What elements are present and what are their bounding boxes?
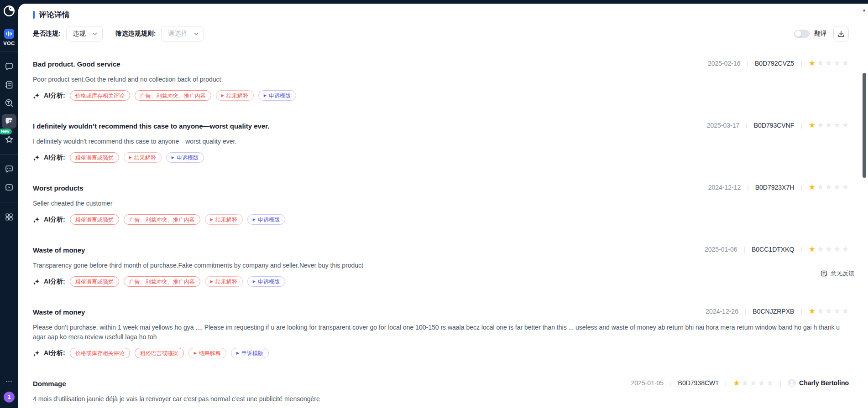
star-empty-icon: ★ [842, 245, 849, 253]
violation-filter-select[interactable]: 违规 [66, 26, 103, 41]
star-empty-icon: ★ [842, 121, 849, 129]
sparkle-icon [33, 278, 40, 285]
review-item: Bad product. Good service 2025-02-16 | B… [33, 59, 849, 101]
result-explain-button[interactable]: ▶结果解释 [205, 214, 243, 225]
sidebar-item-favorites[interactable]: New [2, 132, 16, 147]
review-body: Seller cheated the customer [33, 199, 849, 208]
star-empty-icon: ★ [834, 307, 841, 315]
star-empty-icon: ★ [834, 121, 841, 129]
sidebar-item-video[interactable] [2, 180, 16, 195]
star-empty-icon: ★ [825, 183, 832, 191]
sidebar-item-keyword-search[interactable] [2, 96, 16, 110]
page-title: 评论详情 [39, 10, 70, 20]
star-rating: ★★★★★ [809, 121, 849, 129]
ai-category-tag: 价格或库存相关评论 [70, 90, 130, 101]
tag-list: 粗俗语言或骚扰广告、利益冲突、推广内容▶结果解释▶申诉模版 [70, 214, 285, 225]
star-empty-icon: ★ [750, 379, 757, 387]
product-id: B0D792CVZ5 [755, 60, 794, 67]
sidebar-item-chat[interactable] [2, 162, 16, 176]
star-filled-icon: ★ [809, 59, 816, 67]
chevron-down-icon [193, 31, 199, 36]
star-filled-icon: ★ [809, 121, 816, 129]
sidebar-item-comments[interactable] [2, 59, 16, 74]
result-explain-button[interactable]: ▶结果解释 [188, 348, 226, 358]
download-button[interactable] [833, 26, 849, 41]
separator: | [800, 308, 802, 315]
scrollbar-thumb[interactable] [863, 73, 866, 178]
translate-toggle[interactable] [794, 30, 810, 38]
sidebar-item-notes[interactable] [2, 77, 16, 92]
review-date: 2025-01-05 [631, 379, 664, 387]
app-logo-icon[interactable] [3, 5, 15, 19]
separator: | [745, 308, 746, 315]
play-icon: ▶ [253, 280, 256, 284]
ai-label: AI分析: [44, 92, 65, 100]
review-list: Bad product. Good service 2025-02-16 | B… [33, 59, 849, 408]
ai-analysis-row: AI分析: 粗俗语言或骚扰广告、利益冲突、推广内容▶结果解释▶申诉模版 [33, 214, 849, 225]
sidebar-item-review-analysis[interactable] [2, 114, 16, 129]
ai-category-tag: 粗俗语言或骚扰 [70, 214, 119, 225]
scroll-up-icon[interactable]: ▲ [862, 8, 866, 12]
toggle-knob [795, 31, 801, 37]
sidebar: VOC New ... 1 [0, 0, 18, 408]
ai-category-tag: 粗俗语言或骚扰 [135, 348, 184, 358]
sidebar-divider [0, 154, 18, 155]
review-body: Please don’t purchase, within 1 week mai… [33, 323, 849, 342]
play-icon: ▶ [172, 156, 174, 160]
play-icon: ▶ [236, 351, 239, 355]
rule-filter-select[interactable]: 请选择 [161, 26, 204, 41]
star-rating: ★★★★★ [809, 307, 849, 315]
product-id: B0D7923X7H [755, 184, 795, 191]
sidebar-item-apps[interactable] [2, 210, 16, 224]
sidebar-item-voc[interactable]: VOC [3, 29, 15, 46]
star-filled-icon: ★ [809, 307, 816, 315]
ai-category-tag: 价格或库存相关评论 [70, 348, 130, 358]
star-rating: ★★★★★ [809, 183, 849, 191]
ai-category-tag: 粗俗语言或骚扰 [70, 276, 119, 287]
ai-label: AI分析: [44, 349, 65, 357]
review-title: Waste of money [33, 307, 85, 317]
star-empty-icon: ★ [825, 245, 832, 253]
separator: | [800, 184, 802, 191]
product-id: B0D793CVNF [754, 122, 795, 129]
review-meta: 2025-01-06 | B0CC1DTXKQ | ★★★★★ [695, 245, 849, 253]
appeal-template-button[interactable]: ▶申诉模版 [231, 348, 269, 358]
reviewer: Charly Bertolino [788, 379, 849, 387]
ai-label: AI分析: [44, 154, 65, 162]
play-icon: ▶ [264, 94, 267, 98]
star-rating: ★★★★★ [809, 59, 849, 67]
review-meta: 2025-01-05 | B0D7938CW1 | ★★★★★ |Charly … [622, 379, 849, 387]
appeal-template-button[interactable]: ▶申诉模版 [166, 152, 204, 163]
appeal-template-button[interactable]: ▶申诉模版 [247, 214, 285, 225]
tag-list: 粗俗语言或骚扰▶结果解释▶申诉模版 [70, 152, 204, 163]
sidebar-divider [0, 52, 18, 52]
ai-analysis-row: AI分析: 价格或库存相关评论广告、利益冲突、推广内容▶结果解释▶申诉模版 [33, 90, 849, 101]
tag-list: 价格或库存相关评论广告、利益冲突、推广内容▶结果解释▶申诉模版 [70, 90, 296, 101]
review-title: Waste of money [33, 245, 85, 255]
ai-category-tag: 广告、利益冲突、推广内容 [124, 276, 200, 287]
star-empty-icon: ★ [825, 59, 832, 67]
ai-label: AI分析: [44, 278, 65, 286]
sparkle-icon [33, 154, 40, 161]
sparkle-icon [33, 216, 40, 223]
notification-badge[interactable]: 1 [4, 392, 15, 403]
review-date: 2025-02-16 [708, 60, 741, 67]
separator: | [747, 184, 748, 191]
star-rating: ★★★★★ [733, 379, 773, 387]
result-explain-button[interactable]: ▶结果解释 [124, 152, 162, 163]
ai-label: AI分析: [44, 216, 65, 224]
sidebar-more-button[interactable]: ... [6, 376, 13, 383]
appeal-template-button[interactable]: ▶申诉模版 [247, 276, 285, 287]
sparkle-icon [33, 350, 40, 357]
feedback-label: 意见反馈 [831, 269, 854, 278]
appeal-template-button[interactable]: ▶申诉模版 [258, 90, 296, 101]
violation-filter-value: 违规 [73, 30, 86, 38]
result-explain-button[interactable]: ▶结果解释 [205, 276, 243, 287]
ai-analysis-row: AI分析: 粗俗语言或骚扰▶结果解释▶申诉模版 [33, 152, 849, 163]
review-item: Waste of money 2025-01-06 | B0CC1DTXKQ |… [33, 245, 849, 287]
separator: | [747, 60, 748, 67]
result-explain-button[interactable]: ▶结果解释 [216, 90, 254, 101]
sparkle-icon [33, 92, 40, 99]
feedback-button[interactable]: 意见反馈 [820, 269, 855, 279]
star-empty-icon: ★ [817, 183, 824, 191]
